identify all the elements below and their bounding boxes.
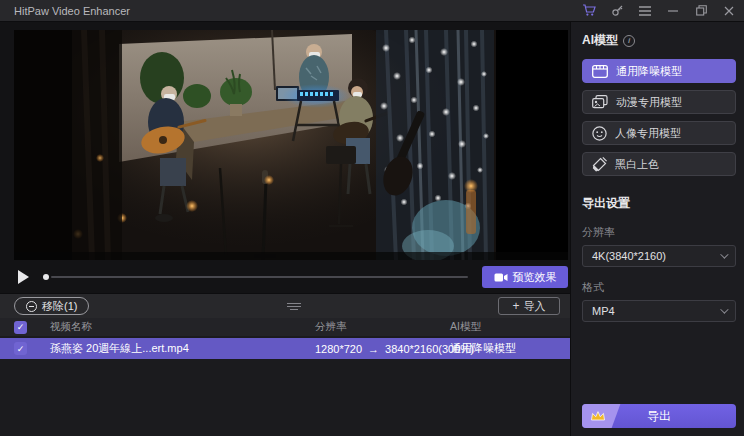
import-button[interactable]: + 导入 [498, 297, 560, 315]
table-header: ✓ 视频名称 分辨率 AI模型 [0, 318, 570, 336]
row-checkbox[interactable]: ✓ [14, 342, 27, 355]
column-resolution: 分辨率 [315, 320, 450, 334]
titlebar-icons [582, 4, 736, 18]
minimize-icon[interactable] [666, 4, 680, 18]
select-all-checkbox[interactable]: ✓ [14, 321, 27, 334]
crown-badge [582, 404, 620, 428]
format-dropdown[interactable]: MP4 [582, 300, 736, 322]
file-panel: 移除(1) + 导入 ✓ 视频名称 分辨率 AI模型 ✓ 孫燕姿 2 [0, 293, 570, 436]
resolution-label: 分辨率 [582, 225, 735, 240]
row-resolution: 1280*720 → 3840*2160(300%) [315, 343, 450, 355]
column-ai-model: AI模型 [450, 320, 570, 334]
resolution-dropdown[interactable]: 4K(3840*2160) [582, 245, 736, 267]
titlebar: HitPaw Video Enhancer [0, 0, 744, 22]
chevron-down-icon [720, 250, 728, 258]
player-area: 预览效果 移除(1) + 导入 ✓ [0, 22, 570, 436]
row-video-name: 孫燕姿 20週年線上...ert.mp4 [50, 341, 315, 356]
content: 预览效果 移除(1) + 导入 ✓ [0, 22, 744, 436]
anime-frames-icon [592, 95, 608, 109]
menu-icon[interactable] [638, 4, 652, 18]
preview-effect-button[interactable]: 预览效果 [482, 266, 568, 288]
minus-circle-icon [26, 301, 37, 312]
model-colorize-label: 黑白上色 [615, 157, 659, 172]
cart-icon[interactable] [582, 4, 596, 18]
app-title: HitPaw Video Enhancer [14, 5, 130, 17]
model-anime-label: 动漫专用模型 [616, 95, 682, 110]
resolution-value: 4K(3840*2160) [592, 250, 666, 262]
info-icon[interactable]: i [623, 35, 635, 47]
model-portrait-label: 人像专用模型 [615, 126, 681, 141]
model-general-denoise-button[interactable]: 通用降噪模型 [582, 59, 736, 83]
crown-icon [590, 410, 606, 422]
seek-track[interactable] [51, 276, 468, 278]
video-frame [14, 30, 568, 260]
remove-label: 移除(1) [42, 299, 77, 314]
format-value: MP4 [592, 305, 615, 317]
format-label: 格式 [582, 280, 735, 295]
seek-bar[interactable] [43, 270, 468, 284]
film-frame-icon [592, 65, 608, 78]
export-button[interactable]: 导出 [582, 404, 736, 428]
player-controls: 预览效果 [14, 262, 568, 292]
panel-collapse-handle[interactable] [267, 300, 321, 313]
model-colorize-button[interactable]: 黑白上色 [582, 152, 736, 176]
seek-thumb[interactable] [43, 274, 49, 280]
close-icon[interactable] [722, 4, 736, 18]
model-general-denoise-label: 通用降噪模型 [616, 64, 682, 79]
camcorder-icon [494, 272, 508, 283]
video-scene [14, 30, 568, 260]
remove-button[interactable]: 移除(1) [14, 297, 89, 315]
export-settings-header: 导出设置 [582, 195, 735, 212]
row-ai-model: 通用降噪模型 [450, 341, 570, 356]
app-window: HitPaw Video Enhancer [0, 0, 744, 436]
face-icon [592, 126, 607, 141]
arrow-icon: → [368, 343, 379, 355]
key-icon[interactable] [610, 4, 624, 18]
colorize-brush-icon [592, 157, 607, 172]
model-anime-button[interactable]: 动漫专用模型 [582, 90, 736, 114]
resolution-from: 1280*720 [315, 343, 362, 355]
sidebar: AI模型 i 通用降噪模型 动漫专用模型 人像专用模型 黑白上色 导出设置 分辨… [570, 22, 744, 436]
plus-icon: + [512, 300, 519, 312]
import-label: 导入 [523, 299, 545, 314]
ai-model-header: AI模型 i [582, 32, 735, 49]
export-label: 导出 [647, 408, 671, 425]
column-video-name: 视频名称 [50, 320, 315, 334]
preview-effect-label: 预览效果 [513, 270, 557, 285]
table-row[interactable]: ✓ 孫燕姿 20週年線上...ert.mp4 1280*720 → 3840*2… [0, 338, 570, 359]
file-toolbar: 移除(1) + 导入 [0, 294, 570, 318]
play-button[interactable] [18, 270, 29, 284]
chevron-down-icon [720, 305, 728, 313]
ai-model-title: AI模型 [582, 32, 618, 49]
restore-icon[interactable] [694, 4, 708, 18]
model-portrait-button[interactable]: 人像专用模型 [582, 121, 736, 145]
